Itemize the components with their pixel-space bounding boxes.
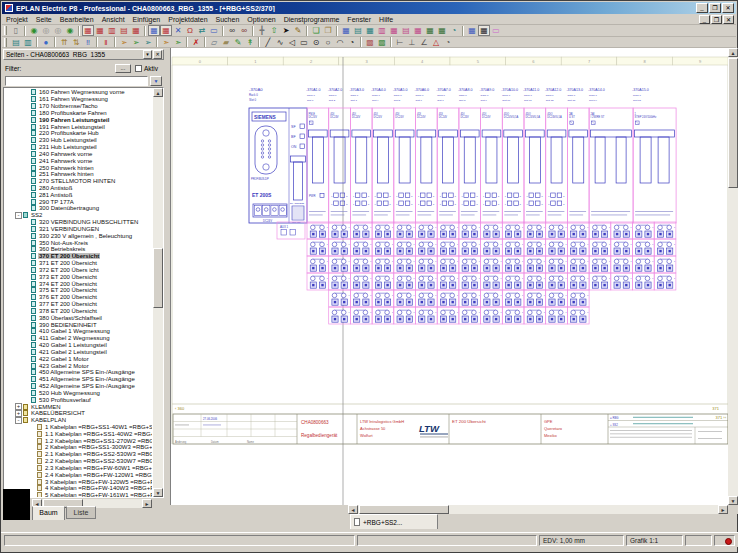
tree-item[interactable]: 330 230 V allgemein , Beleuchtung — [5, 232, 152, 239]
tree-item[interactable]: 422 Gabel 1 Motor — [5, 355, 152, 362]
scroll-left-icon[interactable]: ◄ — [348, 505, 358, 514]
tree-item[interactable]: 240 Fahrwerk vorne — [5, 150, 152, 157]
tree-item[interactable]: 220 Profibuskarte Hub — [5, 130, 152, 137]
panel-close-icon[interactable]: ✕ — [153, 50, 162, 59]
tree-expander-icon[interactable]: - — [15, 212, 22, 219]
move-up-icon[interactable]: ↟ — [244, 37, 256, 48]
combo-dropdown-icon[interactable]: ▼ — [150, 76, 162, 86]
save-page-icon[interactable]: ▤ — [10, 37, 22, 48]
tree-item[interactable]: 191 Fahren Leistungsteil — [5, 123, 152, 130]
parts-list-icon[interactable]: ▤ — [352, 25, 364, 36]
tree-item[interactable]: 321 VERBINDUNGEN — [5, 226, 152, 233]
tree-item[interactable]: +KABELÜBERSICHT — [5, 410, 152, 417]
draw-rect-icon[interactable]: ▭ — [298, 37, 310, 48]
minimize-button[interactable]: _ — [696, 3, 708, 13]
jump-target-icon[interactable]: ➢ — [130, 37, 142, 48]
tree-item[interactable]: 160 Fahren Wegmessung vorne — [5, 89, 152, 96]
device-nav-3-icon[interactable]: ▤ — [400, 25, 412, 36]
menu-suchen[interactable]: Suchen — [212, 16, 244, 23]
nav-first-icon[interactable]: ◉ — [28, 25, 40, 36]
clip-swap-icon[interactable]: ⇅ — [70, 37, 82, 48]
stamp-icon[interactable]: ✎ — [232, 37, 244, 48]
tree-item[interactable]: 320 VERBINDUNG HUBSCHLITTEN — [5, 219, 152, 226]
filter-browse-button[interactable]: ... — [115, 64, 131, 73]
priority-icon[interactable]: ‼ — [82, 37, 94, 48]
schematic-drawing[interactable]: 0123456789-370A0Rack 0Slot 0SIEMENSPROFI… — [171, 48, 729, 505]
plc-nav-icon[interactable]: ▦ — [436, 25, 448, 36]
scroll-right-icon[interactable]: ► — [718, 505, 728, 514]
scroll-right-icon[interactable]: ► — [142, 499, 152, 508]
page-tree[interactable]: 160 Fahren Wegmessung vorne161 Fahren We… — [5, 89, 152, 497]
menu-projektdaten[interactable]: Projektdaten — [164, 16, 211, 23]
tree-item[interactable]: 376 ET 200 Übersicht — [5, 294, 152, 301]
maximize-button[interactable]: ❐ — [709, 3, 721, 13]
document-tab[interactable]: +RBG+SS2... — [350, 514, 438, 529]
dim-linear-icon[interactable]: ⊢ — [394, 37, 406, 48]
clip-up-icon[interactable]: ⇈ — [58, 37, 70, 48]
tree-item[interactable]: 371 ET 200 Übersicht — [5, 260, 152, 267]
scroll-down-icon[interactable]: ▼ — [728, 496, 738, 505]
delete-icon[interactable]: ✗ — [190, 37, 202, 48]
move-icon[interactable]: ╋ — [256, 25, 268, 36]
special-char-icon[interactable]: Ω — [184, 25, 196, 36]
tree-item[interactable]: 410 Gabel 1 Wegmessung — [5, 328, 152, 335]
tree-item[interactable]: 190 Fahren Leistungsteil — [5, 116, 152, 123]
scroll-down-icon[interactable]: ▼ — [153, 488, 163, 497]
tree-item[interactable]: 1 Kabelplan =RBG+SS1-40W1 =RBG+SS1-4 — [5, 424, 152, 431]
menu-bearbeiten[interactable]: Bearbeiten — [56, 16, 98, 23]
arrange-window-icon[interactable]: ❐ — [322, 25, 334, 36]
tree-item[interactable]: 280 Antistoß — [5, 185, 152, 192]
page-preview-icon[interactable]: ▯ — [10, 25, 22, 36]
tree-item[interactable]: 251 Fahrwerk hinten — [5, 171, 152, 178]
coordinates-icon[interactable]: ✕ — [172, 25, 184, 36]
scroll-up-icon[interactable]: ▲ — [153, 88, 163, 97]
draw-polyline-icon[interactable]: ∿ — [274, 37, 286, 48]
tree-item[interactable]: 281 Antistoß — [5, 191, 152, 198]
copy-icon[interactable]: ▱ — [208, 37, 220, 48]
draw-polygon-icon[interactable]: ◁ — [286, 37, 298, 48]
tree-item[interactable]: 161 Fahren Wegmessung — [5, 96, 152, 103]
new-window-icon[interactable]: ❏ — [310, 25, 322, 36]
panel-header[interactable]: Seiten - CHA0800663_RBG_1355 ▾ ✕ — [3, 49, 164, 60]
tree-item[interactable]: 372 ET 200 Übers icht — [5, 267, 152, 274]
menu-hilfe[interactable]: Hilfe — [375, 16, 397, 23]
scroll-up-icon[interactable]: ▲ — [728, 48, 738, 57]
tree-item[interactable]: 2.3 Kabelplan =RBG+FW-60W1 =RBG+FW- — [5, 465, 152, 472]
scroll-thumb[interactable] — [359, 505, 449, 514]
menu-seite[interactable]: Seite — [32, 16, 56, 23]
menu-optionen[interactable]: Optionen — [243, 16, 279, 23]
scroll-thumb[interactable] — [728, 58, 738, 188]
report-icon[interactable]: ▦ — [466, 25, 478, 36]
draw-sector-icon[interactable]: ◔ — [346, 37, 358, 48]
tree-item[interactable]: 1.2 Kabelplan =RBG+SS1-270W2 =RBG+SS — [5, 437, 152, 444]
report-run-icon[interactable]: ▦ — [478, 25, 490, 36]
toolbar-grip[interactable] — [4, 38, 7, 47]
device-table-icon[interactable]: ▦ — [340, 25, 352, 36]
graphic-box-icon[interactable]: ▭ — [490, 25, 502, 36]
scroll-thumb[interactable] — [153, 248, 163, 308]
tree-item[interactable]: 2.2 Kabelplan =RBG+SS2-530W7 =RBG+SS — [5, 458, 152, 465]
tree-item[interactable]: 380 Überlast/Schlaffseil — [5, 314, 152, 321]
zoom-area-icon[interactable]: ▦ — [82, 25, 94, 36]
tolerance-icon[interactable]: △ — [430, 37, 442, 48]
tree-item[interactable]: 423 Gabel 2 Motor — [5, 362, 152, 369]
tree-item[interactable]: 411 Gabel 2 Wegmessung — [5, 335, 152, 342]
dim-angle-icon[interactable]: ∠ — [418, 37, 430, 48]
tree-item[interactable]: 370 ET 200 Übersicht — [5, 253, 152, 260]
tree-item[interactable]: 375 ET 200 Übersicht — [5, 287, 152, 294]
tree-item[interactable]: 374 ET 200 Übersicht — [5, 280, 152, 287]
tree-item[interactable]: 2.4 Kabelplan =RBG+FW-120W1 =RBG+FW — [5, 471, 152, 478]
tree-item[interactable]: 2 Kabelplan =RBG+SS1-300W3 =RBG+SS1- — [5, 444, 152, 451]
goto-prev-icon[interactable]: ➣ — [172, 37, 184, 48]
menu-projekt[interactable]: Projekt — [2, 16, 32, 23]
menu-einfügen[interactable]: Einfügen — [129, 16, 165, 23]
device-nav-4-icon[interactable]: ▦ — [412, 25, 424, 36]
tree-item[interactable]: -KABELPLAN — [5, 417, 152, 424]
tree-item[interactable]: 390 BEDIENEINHEIT — [5, 321, 152, 328]
tree-item[interactable]: 180 Profibuskarte Fahren — [5, 109, 152, 116]
menu-fenster[interactable]: Fenster — [343, 16, 375, 23]
draw-circle-icon[interactable]: ○ — [322, 37, 334, 48]
editor-vertical-scrollbar[interactable]: ▲ ▼ — [728, 48, 738, 505]
tree-item[interactable]: 300 Datenübertragung — [5, 205, 152, 212]
tree-item[interactable]: 2.1 Kabelplan =RBG+SS2-530W3 =RBG+SS — [5, 451, 152, 458]
